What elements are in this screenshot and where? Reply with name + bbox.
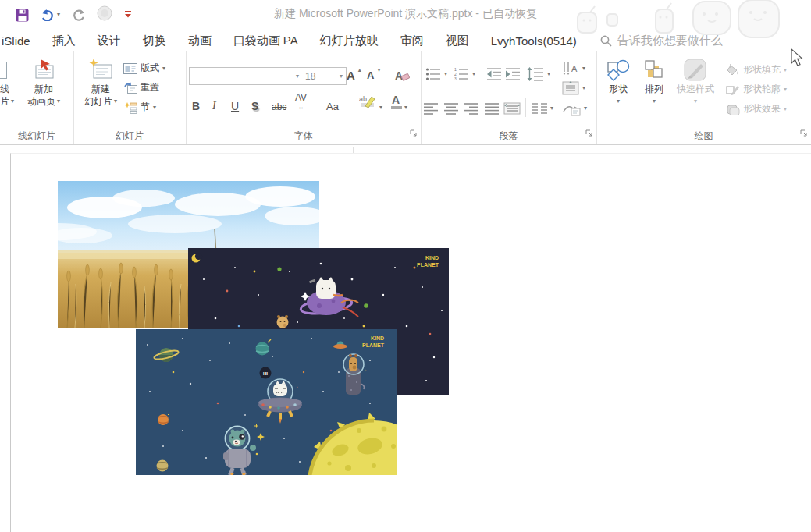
section-button[interactable]: 节 ▾ [123, 99, 156, 115]
shape-fill-button[interactable]: 形状填充 ▾ [726, 62, 787, 78]
shrink-caret: ▾ [377, 67, 380, 73]
tab-islide[interactable]: iSlide [2, 34, 30, 48]
highlight-icon: ab [359, 94, 378, 111]
reset-button[interactable]: 重置 [123, 80, 159, 96]
layout-button[interactable]: 版式 ▾ [123, 60, 165, 76]
tab-pocket-animation[interactable]: 口袋动画 PA [233, 34, 298, 48]
font-name-combobox[interactable]: ▾ [189, 67, 303, 85]
highlight-color-button[interactable]: ab ▾ [359, 94, 382, 111]
arrange-label: 排列 [645, 83, 663, 95]
paragraph-dialog-launcher[interactable] [585, 126, 593, 140]
add-animation-label-2: 动画页 [27, 95, 55, 108]
svg-text:3: 3 [454, 76, 457, 81]
shape-fill-icon [726, 64, 740, 76]
dropdown-caret: ▾ [11, 98, 14, 105]
quick-styles-button[interactable]: 快速样式 ▾ [673, 58, 718, 108]
shape-outline-label: 形状轮廓 [743, 83, 781, 96]
increase-indent-button[interactable] [505, 66, 521, 82]
offline-slide-button[interactable]: 线 片▾ [0, 58, 14, 108]
tab-transitions[interactable]: 切换 [143, 34, 166, 48]
ribbon-tab-row: iSlide 插入 设计 切换 动画 口袋动画 PA 幻灯片放映 审阅 视图 L… [0, 30, 811, 51]
shape-outline-icon [726, 83, 740, 96]
dropdown-caret[interactable]: ▾ [550, 105, 553, 112]
align-right-icon [464, 102, 478, 115]
tab-insert[interactable]: 插入 [52, 34, 76, 48]
dropdown-caret[interactable]: ▾ [547, 71, 550, 77]
strike-glyph: abc [272, 101, 286, 112]
numbering-button[interactable]: 123 ▾ [454, 66, 475, 82]
font-dialog-launcher[interactable] [410, 126, 418, 140]
tab-slideshow[interactable]: 幻灯片放映 [320, 34, 379, 48]
character-spacing-button[interactable]: AV ↔ [295, 94, 307, 111]
title-bar: ▾ 新建 Microsoft PowerPoint 演示文稿.pptx - 已自… [0, 0, 811, 30]
shapes-button[interactable]: 形状 ▾ [601, 58, 635, 108]
space-light-image[interactable]: ~ HI ~ [136, 329, 397, 475]
redo-button[interactable] [72, 9, 85, 21]
tab-design[interactable]: 设计 [98, 34, 121, 48]
columns-button[interactable]: ▾ [532, 100, 553, 116]
shape-effects-button[interactable]: 形状效果 ▾ [726, 101, 787, 117]
combo-caret[interactable]: ▾ [336, 73, 346, 80]
text-shadow-button[interactable]: S [251, 95, 258, 112]
arrange-button[interactable]: 排列 ▾ [637, 58, 671, 108]
autorecover-status: - 已自动恢复 [475, 7, 537, 20]
add-animation-page-button[interactable]: 新加 动画页▾ [16, 58, 72, 108]
save-button[interactable] [16, 9, 29, 22]
new-slide-label-2: 幻灯片 [84, 95, 112, 108]
drawing-dialog-launcher[interactable] [800, 126, 808, 140]
dropdown-caret[interactable]: ▾ [472, 71, 475, 77]
dropdown-caret[interactable]: ▾ [582, 66, 585, 72]
increase-font-size-button[interactable]: A▴ [347, 67, 361, 83]
line-spacing-button[interactable]: ▾ [527, 66, 550, 82]
align-right-button[interactable] [464, 100, 478, 116]
smartart-icon [562, 101, 581, 116]
customize-quick-access-button[interactable] [124, 10, 132, 20]
text-direction-button[interactable]: A ▾ [562, 60, 585, 76]
slide-icon-fragment [0, 62, 7, 79]
decrease-indent-button[interactable] [486, 66, 502, 82]
italic-button[interactable]: I [212, 95, 216, 112]
tab-lvyhtools[interactable]: LvyhTools(0514) [491, 34, 577, 48]
ribbon-group-paragraph: ▾ 123 ▾ ▾ [421, 51, 597, 144]
dropdown-caret[interactable]: ▾ [404, 105, 407, 111]
underline-glyph: U [231, 100, 239, 112]
convert-to-smartart-button[interactable]: ▾ [562, 100, 587, 116]
tab-animations[interactable]: 动画 [188, 34, 212, 48]
bold-button[interactable]: B [192, 95, 200, 112]
dropdown-caret[interactable]: ▾ [379, 105, 382, 111]
dropdown-caret[interactable]: ▾ [582, 85, 585, 91]
clear-formatting-button[interactable]: A [394, 67, 410, 83]
decrease-font-size-button[interactable]: A▾ [367, 67, 380, 83]
columns-icon [532, 102, 547, 115]
dropdown-caret[interactable]: ▾ [584, 105, 587, 112]
underline-button[interactable]: U [231, 95, 239, 112]
align-text-button[interactable]: ▾ [562, 80, 585, 96]
align-left-button[interactable] [424, 100, 438, 116]
shape-outline-button[interactable]: 形状轮廓 ▾ [726, 81, 787, 98]
dropdown-caret: ▾ [153, 105, 156, 111]
undo-dropdown-caret[interactable]: ▾ [57, 12, 60, 18]
dropdown-caret: ▾ [784, 67, 787, 73]
font-color-button[interactable]: A ▾ [390, 94, 407, 111]
dropdown-caret[interactable]: ▾ [444, 71, 447, 77]
change-case-button[interactable]: Aa [326, 95, 339, 112]
add-animation-label-1: 新加 [34, 83, 53, 95]
dropdown-caret: ▾ [57, 98, 60, 105]
dropdown-caret: ▾ [114, 98, 117, 105]
tell-me-search[interactable]: 告诉我你想要做什么 [600, 34, 723, 48]
svg-text:A: A [392, 94, 400, 106]
justify-button[interactable] [485, 100, 499, 116]
touch-mode-button[interactable] [97, 5, 112, 24]
font-size-combobox[interactable]: 18 ▾ [301, 67, 347, 85]
tab-view[interactable]: 视图 [446, 34, 469, 48]
strikethrough-button[interactable]: abc [272, 95, 286, 112]
new-slide-button[interactable]: 新建 幻灯片▾ [78, 58, 123, 108]
ribbon: 线 片▾ 新加 动画页▾ 线幻灯片 [0, 51, 811, 145]
slide-canvas[interactable]: KIND PLANET [10, 153, 811, 532]
bullets-button[interactable]: ▾ [425, 66, 447, 82]
svg-text:A: A [571, 64, 578, 73]
undo-button[interactable]: ▾ [41, 9, 60, 21]
distributed-button[interactable] [503, 100, 521, 116]
align-center-button[interactable] [444, 100, 458, 116]
tab-review[interactable]: 审阅 [400, 34, 424, 48]
